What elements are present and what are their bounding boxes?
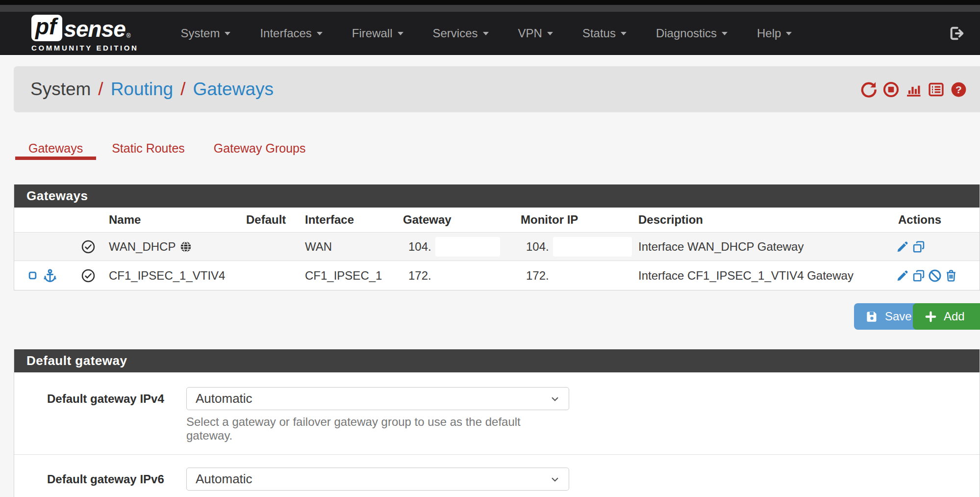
refresh-icon[interactable]	[860, 81, 877, 98]
save-floppy-icon	[865, 310, 879, 323]
default-gateway-panel: Default gateway Default gateway IPv4 Aut…	[14, 349, 980, 497]
plus-icon	[924, 310, 937, 323]
pfsense-logo: pf sense ® COMMUNITY EDITION	[31, 15, 138, 52]
nav-item-label: Interfaces	[260, 26, 311, 40]
monitor-ip: 104.	[526, 240, 549, 254]
sign-out-icon[interactable]	[949, 25, 965, 42]
edit-icon[interactable]	[896, 240, 909, 254]
nav-item-label: VPN	[518, 26, 542, 40]
add-button[interactable]: Add	[913, 303, 980, 330]
redacted-ip-box	[553, 237, 632, 257]
edit-icon[interactable]	[896, 269, 909, 283]
breadcrumb-system: System	[30, 79, 91, 100]
table-row-cf1-ipsec: CF1_IPSEC_1_VTIV4 CF1_IPSEC_1 172. 172. …	[14, 261, 980, 290]
save-label: Save	[885, 310, 912, 323]
nav-menu: System Interfaces Firewall Services VPN …	[180, 26, 792, 40]
nav-item-label: Status	[582, 26, 616, 40]
default-gateway-ipv4-select[interactable]: Automatic	[186, 387, 569, 410]
nav-item-label: Diagnostics	[656, 26, 717, 40]
logo-subtitle: COMMUNITY EDITION	[31, 44, 138, 52]
monitor-ip: 172.	[526, 269, 549, 283]
breadcrumb: System / Routing / Gateways	[30, 79, 274, 100]
col-interface: Interface	[299, 213, 397, 227]
nav-item-interfaces[interactable]: Interfaces	[260, 26, 322, 40]
tab-static-routes[interactable]: Static Routes	[99, 138, 198, 160]
caret-down-icon	[398, 32, 403, 38]
window-chrome-strip	[0, 5, 980, 12]
gateway-description: Interface CF1_IPSEC_1_VTIV4 Gateway	[632, 269, 892, 283]
nav-item-label: Services	[433, 26, 478, 40]
nav-item-help[interactable]: Help	[757, 26, 792, 40]
nav-item-label: Help	[757, 26, 781, 40]
col-gateway: Gateway	[397, 213, 514, 227]
chart-bar-icon[interactable]	[905, 81, 922, 98]
nav-item-services[interactable]: Services	[433, 26, 489, 40]
form-row-ipv6: Default gateway IPv6 Automatic Select a …	[14, 468, 980, 497]
col-description: Description	[632, 213, 892, 227]
default-gateway-ipv4-help: Select a gateway or failover gateway gro…	[186, 415, 569, 443]
nav-item-label: Firewall	[352, 26, 393, 40]
gateway-interface: CF1_IPSEC_1	[299, 269, 397, 283]
breadcrumb-actions: ?	[860, 81, 967, 98]
copy-icon[interactable]	[912, 269, 926, 283]
tab-bar: Gateways Static Routes Gateway Groups	[15, 138, 980, 160]
tab-gateways[interactable]: Gateways	[15, 138, 96, 160]
breadcrumb-separator: /	[180, 79, 185, 100]
square-icon[interactable]	[28, 271, 37, 280]
gateway-address: 104.	[408, 240, 431, 254]
default-gateway-ipv6-label: Default gateway IPv6	[47, 468, 186, 497]
default-gateway-ipv4-label: Default gateway IPv4	[47, 387, 186, 443]
gateway-online-icon	[74, 268, 102, 283]
nav-item-system[interactable]: System	[180, 26, 230, 40]
globe-default-icon	[179, 240, 192, 253]
gateways-panel: Gateways Name Default Interface Gateway …	[14, 184, 980, 290]
col-name: Name	[102, 213, 240, 227]
navbar: pf sense ® COMMUNITY EDITION System Inte…	[0, 12, 980, 55]
gateways-table-header: Name Default Interface Gateway Monitor I…	[14, 208, 980, 232]
window-top-strip	[0, 0, 980, 5]
gateway-description: Interface WAN_DHCP Gateway	[632, 240, 892, 254]
logo-pf: pf	[31, 15, 62, 41]
default-gateway-panel-title: Default gateway	[14, 349, 980, 372]
caret-down-icon	[547, 32, 553, 38]
breadcrumb-separator: /	[98, 79, 103, 100]
help-icon[interactable]: ?	[950, 81, 967, 98]
nav-item-label: System	[180, 26, 220, 40]
tab-gateway-groups[interactable]: Gateway Groups	[201, 138, 319, 160]
stop-icon[interactable]	[882, 81, 900, 98]
chevron-down-icon	[549, 473, 561, 485]
caret-down-icon	[317, 32, 323, 38]
nav-item-diagnostics[interactable]: Diagnostics	[656, 26, 728, 40]
default-gateway-ipv6-select[interactable]: Automatic	[186, 468, 569, 491]
gateway-name: CF1_IPSEC_1_VTIV4	[109, 269, 225, 283]
nav-item-firewall[interactable]: Firewall	[352, 26, 403, 40]
gateway-name: WAN_DHCP	[109, 240, 176, 254]
disable-icon[interactable]	[928, 269, 942, 283]
anchor-icon[interactable]	[43, 268, 57, 283]
select-value: Automatic	[196, 471, 252, 487]
copy-icon[interactable]	[912, 240, 926, 254]
gateway-interface: WAN	[299, 240, 397, 254]
add-label: Add	[944, 310, 965, 323]
caret-down-icon	[483, 32, 489, 38]
logo-sense: sense	[64, 17, 125, 41]
log-list-icon[interactable]	[928, 81, 945, 98]
caret-down-icon	[225, 32, 230, 38]
nav-item-vpn[interactable]: VPN	[518, 26, 553, 40]
gateway-address: 172.	[408, 269, 431, 283]
buttons-row: Save Add	[14, 303, 980, 330]
breadcrumb-link-routing[interactable]: Routing	[111, 79, 174, 100]
table-row-wan-dhcp: WAN_DHCP WAN 104. 104. Interface WAN_DHC…	[14, 232, 980, 261]
col-actions: Actions	[892, 213, 980, 227]
nav-item-status[interactable]: Status	[582, 26, 627, 40]
redacted-ip-box	[435, 237, 500, 257]
chevron-down-icon	[549, 393, 561, 405]
caret-down-icon	[786, 32, 792, 38]
caret-down-icon	[621, 32, 627, 38]
breadcrumb-link-gateways[interactable]: Gateways	[193, 79, 274, 100]
logo-registered-mark: ®	[126, 32, 131, 39]
form-row-ipv4: Default gateway IPv4 Automatic Select a …	[14, 387, 980, 454]
delete-icon[interactable]	[944, 269, 958, 283]
col-default: Default	[240, 213, 299, 227]
gateways-panel-title: Gateways	[14, 184, 980, 208]
